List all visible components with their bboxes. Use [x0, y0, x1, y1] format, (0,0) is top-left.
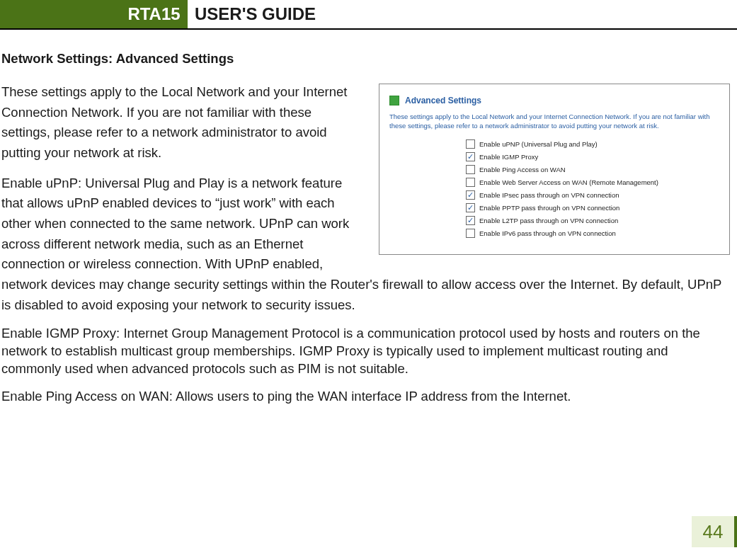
page-number: 44 — [703, 521, 724, 543]
checkbox-icon[interactable]: ✓ — [466, 152, 475, 161]
advanced-settings-screenshot: Advanced Settings These settings apply t… — [379, 84, 730, 255]
checkbox-icon[interactable]: ✓ — [466, 216, 475, 225]
option-pptp-passthrough: ✓Enable PPTP pass through on VPN connect… — [466, 202, 721, 215]
screenshot-description: These settings apply to the Local Networ… — [389, 113, 721, 131]
option-l2tp-passthrough: ✓Enable L2TP pass through on VPN connect… — [466, 215, 721, 227]
title-marker-icon — [389, 96, 399, 105]
section-title: Network Settings: Advanced Settings — [1, 51, 730, 67]
paragraph-ping: Enable Ping Access on WAN: Allows users … — [1, 388, 730, 406]
page-header: RTA15 USER'S GUIDE — [0, 0, 737, 30]
page-number-badge: 44 — [692, 516, 737, 547]
header-title: USER'S GUIDE — [195, 0, 316, 28]
checkbox-icon[interactable] — [466, 165, 475, 174]
option-label: Enable Ping Access on WAN — [479, 166, 566, 173]
checkbox-icon[interactable]: ✓ — [466, 190, 475, 200]
option-igmp-proxy: ✓Enable IGMP Proxy — [466, 151, 721, 164]
checkbox-icon[interactable] — [466, 229, 475, 238]
option-ping-wan: Enable Ping Access on WAN — [466, 164, 721, 176]
option-label: Enable IGMP Proxy — [479, 153, 538, 161]
screenshot-title-row: Advanced Settings — [389, 96, 721, 105]
screenshot-title: Advanced Settings — [405, 96, 481, 105]
paragraph-igmp: Enable IGMP Proxy: Internet Group Manage… — [1, 325, 730, 378]
option-label: Enable IPv6 pass through on VPN connecti… — [479, 229, 616, 237]
screenshot-options-list: Enable uPNP (Universal Plug and Play) ✓E… — [466, 138, 721, 240]
checkbox-icon[interactable] — [466, 178, 475, 187]
option-label: Enable L2TP pass through on VPN connecti… — [479, 217, 618, 224]
option-ipsec-passthrough: ✓Enable IPsec pass through on VPN connec… — [466, 189, 721, 202]
header-badge: RTA15 — [120, 0, 188, 28]
option-label: Enable uPNP (Universal Plug and Play) — [479, 140, 598, 148]
option-web-server-wan: Enable Web Server Access on WAN (Remote … — [466, 176, 721, 189]
option-label: Enable PPTP pass through on VPN connecti… — [479, 204, 619, 212]
header-accent-bar — [0, 0, 120, 28]
page-body: Network Settings: Advanced Settings Adva… — [0, 30, 737, 416]
option-label: Enable IPsec pass through on VPN connect… — [479, 191, 619, 199]
checkbox-icon[interactable] — [466, 139, 475, 149]
option-label: Enable Web Server Access on WAN (Remote … — [479, 178, 658, 186]
checkbox-icon[interactable]: ✓ — [466, 203, 475, 212]
option-ipv6-passthrough: Enable IPv6 pass through on VPN connecti… — [466, 227, 721, 240]
option-upnp: Enable uPNP (Universal Plug and Play) — [466, 138, 721, 151]
